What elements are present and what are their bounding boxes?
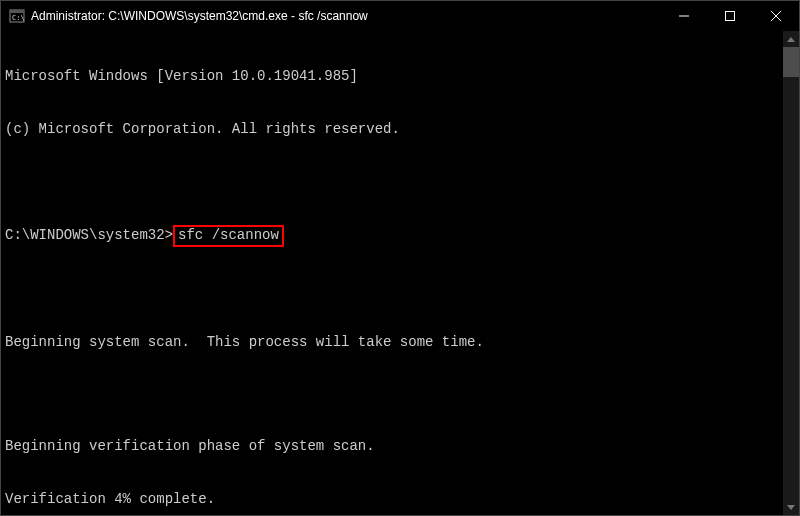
minimize-button[interactable] — [661, 1, 707, 31]
output-blank — [5, 386, 779, 403]
scrollbar-track[interactable] — [783, 47, 799, 499]
prompt-line: C:\WINDOWS\system32>sfc /scannow — [5, 225, 779, 247]
window-controls — [661, 1, 799, 31]
scrollbar-thumb[interactable] — [783, 47, 799, 77]
vertical-scrollbar[interactable] — [783, 31, 799, 515]
scrollbar-up-arrow-icon[interactable] — [783, 31, 799, 47]
svg-rect-4 — [726, 12, 735, 21]
close-icon — [771, 11, 781, 21]
terminal-output[interactable]: Microsoft Windows [Version 10.0.19041.98… — [1, 31, 783, 515]
window-title: Administrator: C:\WINDOWS\system32\cmd.e… — [31, 9, 661, 23]
scrollbar-down-arrow-icon[interactable] — [783, 499, 799, 515]
command-highlight: sfc /scannow — [173, 225, 284, 247]
output-line: Beginning verification phase of system s… — [5, 438, 779, 456]
svg-rect-1 — [10, 10, 24, 13]
output-blank — [5, 173, 779, 190]
maximize-button[interactable] — [707, 1, 753, 31]
svg-text:C:\: C:\ — [12, 14, 25, 22]
prompt-path: C:\WINDOWS\system32> — [5, 227, 173, 243]
terminal-area: Microsoft Windows [Version 10.0.19041.98… — [1, 31, 799, 515]
cmd-window: C:\ Administrator: C:\WINDOWS\system32\c… — [0, 0, 800, 516]
output-line: Verification 4% complete. — [5, 491, 779, 509]
maximize-icon — [725, 11, 735, 21]
minimize-icon — [679, 11, 689, 21]
titlebar[interactable]: C:\ Administrator: C:\WINDOWS\system32\c… — [1, 1, 799, 31]
output-line: Beginning system scan. This process will… — [5, 334, 779, 352]
close-button[interactable] — [753, 1, 799, 31]
output-line: (c) Microsoft Corporation. All rights re… — [5, 121, 779, 139]
output-blank — [5, 282, 779, 299]
output-line: Microsoft Windows [Version 10.0.19041.98… — [5, 68, 779, 86]
cmd-icon: C:\ — [9, 8, 25, 24]
